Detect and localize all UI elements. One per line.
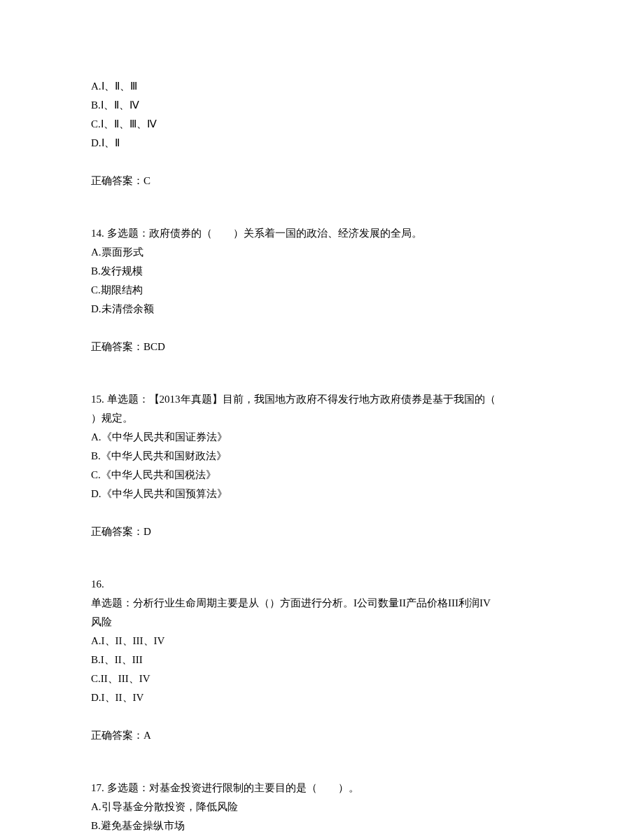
question-number: 16. bbox=[91, 575, 553, 594]
option-b: B.避免基金操纵市场 bbox=[91, 816, 553, 834]
option-a: A.引导基金分散投资，降低风险 bbox=[91, 798, 553, 816]
option-c: C.Ⅰ、Ⅱ、Ⅲ、Ⅳ bbox=[91, 115, 553, 134]
option-b: B.I、II、III bbox=[91, 651, 553, 669]
option-a: A.《中华人民共和国证券法》 bbox=[91, 428, 553, 447]
option-c: C.II、III、IV bbox=[91, 669, 553, 688]
option-b: B.《中华人民共和国财政法》 bbox=[91, 447, 553, 466]
option-a: A.票面形式 bbox=[91, 243, 553, 262]
answer-text: 正确答案：D bbox=[91, 522, 553, 541]
question-stem-line1: 单选题：分析行业生命周期主要是从（）方面进行分析。I公司数量II产品价格III利… bbox=[91, 594, 553, 613]
question-stem: 17. 多选题：对基金投资进行限制的主要目的是（ ）。 bbox=[91, 779, 553, 798]
question-15: 15. 单选题：【2013年真题】目前，我国地方政府不得发行地方政府债券是基于我… bbox=[91, 390, 553, 541]
question-stem: 14. 多选题：政府债券的（ ）关系着一国的政治、经济发展的全局。 bbox=[91, 224, 553, 243]
option-c: C.《中华人民共和国税法》 bbox=[91, 466, 553, 485]
question-17: 17. 多选题：对基金投资进行限制的主要目的是（ ）。 A.引导基金分散投资，降… bbox=[91, 779, 553, 834]
answer-text: 正确答案：BCD bbox=[91, 338, 553, 356]
answer-text: 正确答案：C bbox=[91, 172, 553, 190]
option-b: B.发行规模 bbox=[91, 262, 553, 281]
question-stem-line2: 风险 bbox=[91, 613, 553, 632]
option-c: C.期限结构 bbox=[91, 281, 553, 300]
question-stem-line2: ）规定。 bbox=[91, 409, 553, 428]
question-14: 14. 多选题：政府债券的（ ）关系着一国的政治、经济发展的全局。 A.票面形式… bbox=[91, 224, 553, 356]
option-b: B.Ⅰ、Ⅱ、Ⅳ bbox=[91, 96, 553, 115]
question-13-partial: A.Ⅰ、Ⅱ、Ⅲ B.Ⅰ、Ⅱ、Ⅳ C.Ⅰ、Ⅱ、Ⅲ、Ⅳ D.Ⅰ、Ⅱ 正确答案：C bbox=[91, 77, 553, 190]
answer-text: 正确答案：A bbox=[91, 726, 553, 745]
question-16: 16. 单选题：分析行业生命周期主要是从（）方面进行分析。I公司数量II产品价格… bbox=[91, 575, 553, 745]
option-a: A.I、II、III、IV bbox=[91, 632, 553, 651]
option-d: D.未清偿余额 bbox=[91, 300, 553, 319]
option-d: D.I、II、IV bbox=[91, 688, 553, 707]
option-d: D.《中华人民共和国预算法》 bbox=[91, 485, 553, 503]
question-stem-line1: 15. 单选题：【2013年真题】目前，我国地方政府不得发行地方政府债券是基于我… bbox=[91, 390, 553, 409]
option-a: A.Ⅰ、Ⅱ、Ⅲ bbox=[91, 77, 553, 96]
option-d: D.Ⅰ、Ⅱ bbox=[91, 134, 553, 153]
